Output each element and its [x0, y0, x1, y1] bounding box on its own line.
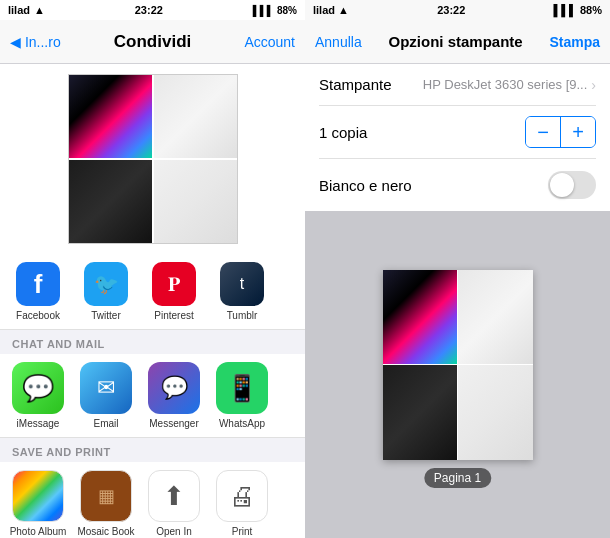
left-right-status: ▌▌▌ 88% — [253, 5, 297, 16]
twitter-label: Twitter — [91, 310, 120, 321]
print-label: Print — [232, 526, 253, 537]
right-status-bar: lilad ▲ 23:22 ▌▌▌ 88% — [305, 0, 610, 20]
copies-row: 1 copia − + — [319, 106, 596, 159]
save-section-label: SAVE AND PRINT — [0, 438, 305, 462]
whatsapp-icon: 📱 — [216, 362, 268, 414]
save-item-mosaic-book[interactable]: ▦ Mosaic Book — [72, 470, 140, 537]
bw-label: Bianco e nero — [319, 177, 412, 194]
left-status-carrier: lilad ▲ — [8, 4, 45, 16]
increment-button[interactable]: + — [561, 117, 595, 147]
photo-album-icon: 🌸 — [12, 470, 64, 522]
wifi-icon: ▲ — [34, 4, 45, 16]
r-carrier: lilad ▲ — [313, 4, 349, 16]
chat-row: 💬 iMessage ✉ Email 💬 Messenger 📱 WhatsAp… — [0, 354, 305, 438]
pinterest-icon: 𝐏 — [152, 262, 196, 306]
r-battery-text: 88% — [580, 4, 602, 16]
photo-cell-3 — [69, 160, 152, 243]
save-item-photo-album[interactable]: 🌸 Photo Album — [4, 470, 72, 537]
bw-toggle[interactable] — [548, 171, 596, 199]
app-item-messenger[interactable]: 💬 Messenger — [140, 362, 208, 429]
imessage-icon: 💬 — [12, 362, 64, 414]
tumblr-label: Tumblr — [227, 310, 258, 321]
pinterest-label: Pinterest — [154, 310, 193, 321]
left-nav-bar: ◀ In...ro Condividi Account — [0, 20, 305, 64]
open-in-label: Open In — [156, 526, 192, 537]
carrier-text: lilad — [8, 4, 30, 16]
r-wifi-icon: ▲ — [338, 4, 349, 16]
copies-label: 1 copia — [319, 124, 367, 141]
nav-title: Condividi — [114, 32, 191, 52]
open-in-icon: ⬆ — [148, 470, 200, 522]
chevron-right-icon: › — [591, 77, 596, 93]
toggle-knob — [550, 173, 574, 197]
save-row: 🌸 Photo Album ▦ Mosaic Book ⬆ Open In 🖨 … — [0, 462, 305, 538]
social-item-pinterest[interactable]: 𝐏 Pinterest — [140, 262, 208, 321]
tumblr-icon: t — [220, 262, 264, 306]
left-status-bar: lilad ▲ 23:22 ▌▌▌ 88% — [0, 0, 305, 20]
print-preview-area: Pagina 1 — [305, 211, 610, 538]
email-label: Email — [93, 418, 118, 429]
right-time: 23:22 — [437, 4, 465, 16]
app-item-whatsapp[interactable]: 📱 WhatsApp — [208, 362, 276, 429]
decrement-button[interactable]: − — [526, 117, 560, 147]
battery-text: 88% — [277, 5, 297, 16]
photo-preview — [0, 64, 305, 254]
whatsapp-label: WhatsApp — [219, 418, 265, 429]
printer-row[interactable]: Stampante HP DeskJet 3630 series [9... › — [319, 64, 596, 106]
print-cell-2 — [458, 270, 533, 365]
messenger-icon: 💬 — [148, 362, 200, 414]
copies-stepper[interactable]: − + — [525, 116, 596, 148]
facebook-label: Facebook — [16, 310, 60, 321]
left-time: 23:22 — [135, 4, 163, 16]
save-item-print[interactable]: 🖨 Print — [208, 470, 276, 537]
social-item-tumblr[interactable]: t Tumblr — [208, 262, 276, 321]
social-row: f Facebook 🐦 Twitter 𝐏 Pinterest t Tumbl… — [0, 254, 305, 330]
mosaic-book-label: Mosaic Book — [77, 526, 134, 537]
save-item-open-in[interactable]: ⬆ Open In — [140, 470, 208, 537]
twitter-icon: 🐦 — [84, 262, 128, 306]
print-button[interactable]: Stampa — [549, 34, 600, 50]
facebook-icon: f — [16, 262, 60, 306]
cancel-button[interactable]: Annulla — [315, 34, 362, 50]
bw-row: Bianco e nero — [319, 159, 596, 211]
social-item-facebook[interactable]: f Facebook — [4, 262, 72, 321]
email-icon: ✉ — [80, 362, 132, 414]
back-button[interactable]: ◀ In...ro — [10, 34, 61, 50]
print-page-wrapper: Pagina 1 — [383, 270, 533, 460]
messenger-label: Messenger — [149, 418, 198, 429]
photo-grid — [68, 74, 238, 244]
print-cell-1 — [383, 270, 458, 365]
chat-section-label: CHAT AND MAIL — [0, 330, 305, 354]
mosaic-book-icon: ▦ — [80, 470, 132, 522]
right-nav-bar: Annulla Opzioni stampante Stampa — [305, 20, 610, 64]
r-carrier-text: lilad — [313, 4, 335, 16]
page-badge: Pagina 1 — [424, 468, 491, 488]
print-page — [383, 270, 533, 460]
print-cell-4 — [458, 365, 533, 460]
photo-album-label: Photo Album — [10, 526, 67, 537]
left-panel: lilad ▲ 23:22 ▌▌▌ 88% ◀ In...ro Condivid… — [0, 0, 305, 538]
print-cell-3 — [383, 365, 458, 460]
print-icon: 🖨 — [216, 470, 268, 522]
r-signal-icon: ▌▌▌ — [554, 4, 577, 16]
printer-label: Stampante — [319, 76, 392, 93]
r-battery: ▌▌▌ 88% — [554, 4, 602, 16]
app-item-imessage[interactable]: 💬 iMessage — [4, 362, 72, 429]
photo-cell-2 — [154, 75, 237, 158]
social-item-twitter[interactable]: 🐦 Twitter — [72, 262, 140, 321]
app-item-email[interactable]: ✉ Email — [72, 362, 140, 429]
photo-cell-1 — [69, 75, 152, 158]
printer-name: HP DeskJet 3630 series [9... — [423, 77, 588, 92]
printer-options-title: Opzioni stampante — [388, 33, 522, 50]
right-panel: lilad ▲ 23:22 ▌▌▌ 88% Annulla Opzioni st… — [305, 0, 610, 538]
imessage-label: iMessage — [17, 418, 60, 429]
printer-section: Stampante HP DeskJet 3630 series [9... ›… — [305, 64, 610, 211]
signal-icon: ▌▌▌ — [253, 5, 274, 16]
printer-value: HP DeskJet 3630 series [9... › — [423, 77, 596, 93]
photo-cell-4 — [154, 160, 237, 243]
account-button[interactable]: Account — [244, 34, 295, 50]
